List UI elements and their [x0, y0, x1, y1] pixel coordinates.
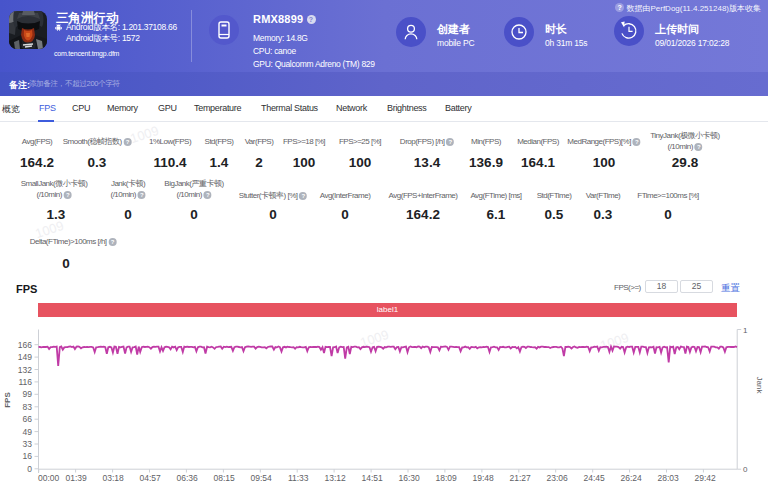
svg-text:13:12: 13:12 — [325, 473, 347, 483]
svg-text:14:51: 14:51 — [362, 473, 384, 483]
svg-text:116: 116 — [18, 377, 32, 387]
svg-text:24:45: 24:45 — [584, 473, 606, 483]
svg-text:18:09: 18:09 — [436, 473, 458, 483]
svg-text:Jank: Jank — [755, 377, 764, 395]
svg-text:04:57: 04:57 — [140, 473, 162, 483]
svg-text:16:30: 16:30 — [399, 473, 421, 483]
svg-text:23:06: 23:06 — [547, 473, 569, 483]
svg-text:99: 99 — [23, 389, 33, 399]
svg-text:29:42: 29:42 — [695, 473, 717, 483]
svg-text:166: 166 — [18, 340, 32, 350]
svg-text:132: 132 — [18, 365, 32, 375]
svg-text:49: 49 — [23, 427, 33, 437]
svg-text:0: 0 — [27, 464, 32, 474]
svg-text:11:33: 11:33 — [288, 473, 309, 483]
svg-text:01:39: 01:39 — [66, 473, 88, 483]
svg-text:83: 83 — [23, 402, 33, 412]
svg-text:149: 149 — [18, 352, 32, 362]
svg-text:16: 16 — [23, 451, 33, 461]
svg-text:21:27: 21:27 — [510, 473, 532, 483]
svg-text:28:03: 28:03 — [658, 473, 680, 483]
svg-text:08:15: 08:15 — [214, 473, 236, 483]
svg-text:06:36: 06:36 — [177, 473, 199, 483]
svg-text:19:48: 19:48 — [473, 473, 495, 483]
svg-text:09:54: 09:54 — [251, 473, 273, 483]
svg-text:26:24: 26:24 — [621, 473, 643, 483]
svg-text:0: 0 — [743, 465, 748, 474]
svg-text:00:00: 00:00 — [38, 473, 60, 483]
svg-text:66: 66 — [23, 414, 33, 424]
svg-text:FPS: FPS — [3, 392, 12, 408]
svg-text:33: 33 — [23, 439, 33, 449]
svg-text:03:18: 03:18 — [103, 473, 125, 483]
svg-text:1: 1 — [743, 326, 748, 335]
